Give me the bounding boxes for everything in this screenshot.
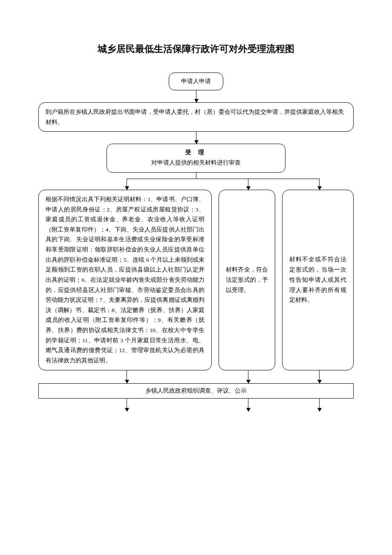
merge-arrows — [38, 370, 354, 383]
flowchart: 申请人申请 到户籍所在乡镇人民政府提出书面申请，受申请人委托，村（居）委会可以代… — [38, 72, 354, 411]
node-accept: 受 理 对申请人提供的相关材料进行审查 — [107, 144, 285, 173]
accept-subtitle: 对申请人提供的相关材料进行审查 — [151, 159, 241, 166]
exit-arrows — [38, 399, 354, 411]
accept-title: 受 理 — [112, 147, 280, 158]
branch-row: 根据不同情况出具下列相关证明材料：1、申请书、户口簿、申请人的居民身份证；2、房… — [38, 190, 354, 370]
arrow-icon — [196, 132, 196, 144]
page-title: 城乡居民最低生活保障行政许可对外受理流程图 — [38, 43, 354, 55]
node-apply: 申请人申请 — [169, 72, 223, 90]
node-incomplete: 材料不全或不符合法定形式的，当场一次性告知申请人或其代理人要补齐的所有规定材料。 — [282, 190, 354, 370]
node-submit: 到户籍所在乡镇人民政府提出书面申请，受申请人委托，村（居）委会可以代为提交申请，… — [38, 102, 354, 132]
split-connector — [38, 173, 354, 190]
node-complete: 材料齐全，符合法定形式的，予以受理。 — [219, 190, 275, 370]
node-materials: 根据不同情况出具下列相关证明材料：1、申请书、户口簿、申请人的居民身份证；2、房… — [38, 190, 212, 370]
node-investigate: 乡镇人民政政府组织调查、评议、公示 — [38, 383, 354, 399]
arrow-icon — [196, 90, 196, 102]
